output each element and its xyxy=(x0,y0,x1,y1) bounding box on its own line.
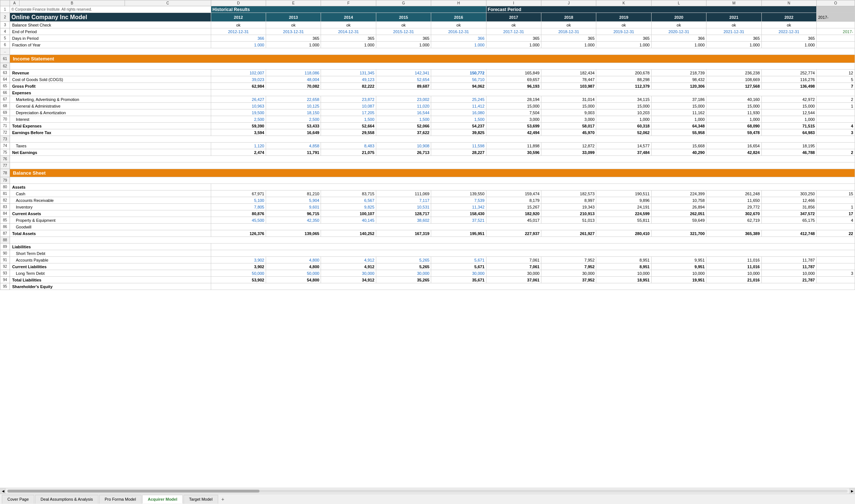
row-91: 91 Accounts Payable 3,902 4,800 4,912 5,… xyxy=(0,257,855,263)
col-header-o[interactable]: O xyxy=(816,0,855,6)
days-2017: 365 xyxy=(486,35,541,42)
ppe-2018: 51,013 xyxy=(541,217,596,224)
cogs-2018: 78,447 xyxy=(541,76,596,83)
ltd-2017: 30,000 xyxy=(486,270,541,277)
ca-2015: 128,717 xyxy=(376,210,431,217)
ga-2012: 10,963 xyxy=(211,103,266,109)
cl-2012: 3,902 xyxy=(211,263,266,270)
tl-partial xyxy=(816,277,855,283)
row-93: 93 Long Term Debt 50,000 50,000 30,000 3… xyxy=(0,270,855,277)
gp-2016: 94,062 xyxy=(431,83,486,90)
tl-2018: 37,952 xyxy=(541,277,596,283)
cogs-2016: 56,710 xyxy=(431,76,486,83)
int-2016: 1,500 xyxy=(431,116,486,123)
col-header-a[interactable]: A xyxy=(10,0,19,6)
label-assets: Assets xyxy=(10,184,211,190)
texp-2014: 52,664 xyxy=(321,123,376,129)
foy-2020: 1.000 xyxy=(651,42,706,48)
ga-2017: 15,000 xyxy=(486,103,541,109)
tab-cover-page[interactable]: Cover Page xyxy=(2,495,34,504)
scroll-thumb[interactable] xyxy=(7,490,259,493)
tab-pro-forma[interactable]: Pro Forma Model xyxy=(99,495,142,504)
label-da: Depreciation & Amortization xyxy=(10,109,211,116)
scroll-track[interactable] xyxy=(7,490,848,493)
rownum-92: 92 xyxy=(0,263,10,270)
row-62: 62 xyxy=(0,63,855,70)
ebt-2020: 55,958 xyxy=(651,129,706,136)
col-header-n[interactable]: N xyxy=(761,0,816,6)
label-revenue: Revenue xyxy=(10,70,211,76)
tab-target-label: Target Model xyxy=(189,497,213,501)
foy-2021: 1.000 xyxy=(706,42,761,48)
scroll-bar[interactable]: ◀ ▶ xyxy=(0,488,855,494)
tl-2017: 37,061 xyxy=(486,277,541,283)
col-header-i[interactable]: I xyxy=(486,0,541,6)
rownum-91: 91 xyxy=(0,257,10,263)
days-2012: 366 xyxy=(211,35,266,42)
cl-2020: 9,951 xyxy=(651,263,706,270)
tax-2018: 12,872 xyxy=(541,143,596,149)
scroll-right-arrow[interactable]: ▶ xyxy=(849,488,855,494)
ap-partial xyxy=(816,257,855,263)
ebt-2019: 52,062 xyxy=(596,129,651,136)
int-partial xyxy=(816,116,855,123)
cash-2015: 111,069 xyxy=(376,190,431,197)
col-header-g[interactable]: G xyxy=(376,0,431,6)
cl-2013: 4,800 xyxy=(266,263,321,270)
ebt-2014: 29,558 xyxy=(321,129,376,136)
col-header-f[interactable]: F xyxy=(321,0,376,6)
ebt-2013: 16,649 xyxy=(266,129,321,136)
cogs-2013: 48,004 xyxy=(266,76,321,83)
texp-2015: 52,066 xyxy=(376,123,431,129)
tab-add-button[interactable]: + xyxy=(219,495,227,503)
col-header-j[interactable]: J xyxy=(541,0,596,6)
rownum-72: 72 xyxy=(0,129,10,136)
col-header-c[interactable]: C xyxy=(125,0,211,6)
col-header-m[interactable]: M xyxy=(706,0,761,6)
ar-2015: 7,117 xyxy=(376,197,431,204)
inv-2020: 26,894 xyxy=(651,204,706,210)
rownum-94: 94 xyxy=(0,277,10,283)
tab-target-model[interactable]: Target Model xyxy=(184,495,218,504)
rownum-88: 88 xyxy=(0,237,10,244)
tab-deal-assumptions[interactable]: Deal Assumptions & Analysis xyxy=(35,495,98,504)
ca-2020: 262,051 xyxy=(651,210,706,217)
col-header-l[interactable]: L xyxy=(651,0,706,6)
mkt-2013: 22,658 xyxy=(266,96,321,103)
ga-2016: 11,412 xyxy=(431,103,486,109)
foy-2012: 1.000 xyxy=(211,42,266,48)
ar-2019: 9,896 xyxy=(596,197,651,204)
col-header-h[interactable]: H xyxy=(431,0,486,6)
row-73: 73 xyxy=(0,136,855,143)
tab-acquirer-model[interactable]: Acquirer Model xyxy=(142,495,183,504)
da-2012: 19,500 xyxy=(211,109,266,116)
label-expenses: Expenses xyxy=(10,90,211,96)
tl-2016: 35,671 xyxy=(431,277,486,283)
ppe-2014: 40,145 xyxy=(321,217,376,224)
col-header-b[interactable]: B xyxy=(19,0,125,6)
days-2021: 365 xyxy=(706,35,761,42)
int-2013: 2,500 xyxy=(266,116,321,123)
ta-2015: 167,319 xyxy=(376,230,431,237)
cash-2016: 139,550 xyxy=(431,190,486,197)
col-header-d[interactable]: D xyxy=(211,0,266,6)
rownum-89: 89 xyxy=(0,244,10,250)
rownum-79: 79 xyxy=(0,177,10,184)
ca-partial: 17 xyxy=(816,210,855,217)
ppe-2022: 65,175 xyxy=(761,217,816,224)
cogs-2021: 108,669 xyxy=(706,76,761,83)
gp-2013: 70,082 xyxy=(266,83,321,90)
rownum-62: 62 xyxy=(0,63,10,70)
ne-2018: 33,099 xyxy=(541,149,596,156)
label-inventory: Inventory xyxy=(10,204,211,210)
rownum-3: 3 xyxy=(0,22,10,28)
scroll-left-arrow[interactable]: ◀ xyxy=(0,488,6,494)
col-header-e[interactable]: E xyxy=(266,0,321,6)
cash-2014: 83,715 xyxy=(321,190,376,197)
cogs-2012: 39,023 xyxy=(211,76,266,83)
mkt-2017: 28,194 xyxy=(486,96,541,103)
income-stmt-header: Income Statement xyxy=(10,55,855,63)
eop-2013: 2013-12-31 xyxy=(266,28,321,35)
ta-2020: 321,700 xyxy=(651,230,706,237)
col-header-k[interactable]: K xyxy=(596,0,651,6)
